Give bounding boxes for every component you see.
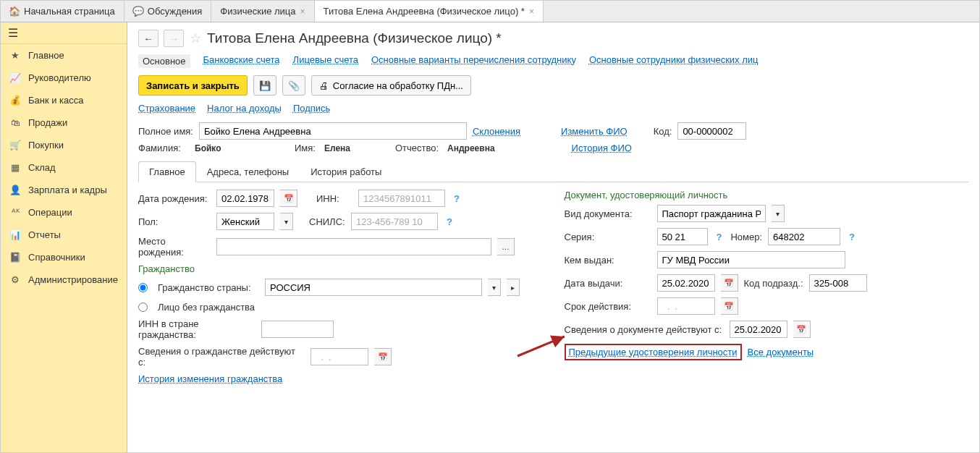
tab-persons[interactable]: Физические лица ×	[211, 1, 314, 22]
issued-input[interactable]	[657, 251, 845, 268]
cart-icon: 🛒	[9, 140, 21, 151]
citizenship-section-header: Гражданство	[138, 263, 543, 274]
dropdown-icon[interactable]: ▾	[772, 205, 785, 222]
dob-input[interactable]	[216, 190, 274, 207]
highlight-annotation: Предыдущие удостоверения личности	[565, 344, 742, 360]
series-input[interactable]	[657, 228, 708, 245]
sex-input[interactable]	[216, 213, 274, 230]
patronymic-value: Андреевна	[447, 143, 495, 153]
stateless-label: Лицо без гражданства	[158, 302, 255, 313]
nav-reports[interactable]: 📊Отчеты	[1, 224, 127, 246]
calendar-icon[interactable]: 📅	[721, 274, 738, 292]
inn-country-input[interactable]	[261, 321, 334, 338]
stock-icon: ▦	[9, 162, 21, 173]
arrow-annotation	[514, 331, 572, 360]
subnav-osnsotr[interactable]: Основные сотрудники физических лиц	[589, 54, 759, 68]
tab-label: Начальная страница	[24, 6, 115, 17]
nav-purchases[interactable]: 🛒Покупки	[1, 134, 127, 156]
snils-input[interactable]	[351, 213, 438, 230]
nav-bank[interactable]: 💰Банк и касса	[1, 89, 127, 111]
link-signature[interactable]: Подпись	[293, 103, 330, 114]
save-button[interactable]: 💾	[253, 75, 276, 96]
help-icon[interactable]: ?	[846, 232, 858, 242]
issue-date-input[interactable]	[657, 274, 715, 292]
nav-operations[interactable]: ᴬᴷОперации	[1, 201, 127, 224]
tab-discussions[interactable]: 💬 Обсуждения	[124, 1, 212, 22]
doc-type-input[interactable]	[657, 205, 766, 222]
forward-button[interactable]: →	[164, 30, 184, 47]
write-and-close-button[interactable]: Записать и закрыть	[138, 75, 248, 96]
calendar-icon[interactable]: 📅	[280, 190, 297, 207]
valid-until-input[interactable]	[657, 297, 715, 315]
doc-valid-input[interactable]	[730, 321, 787, 338]
inner-tab-main[interactable]: Главное	[138, 161, 196, 182]
close-icon[interactable]: ×	[300, 7, 305, 17]
link-tax[interactable]: Налог на доходы	[207, 103, 282, 114]
nav-label: Зарплата и кадры	[28, 185, 107, 195]
code-label: Код:	[654, 126, 672, 137]
nav-label: Руководителю	[28, 72, 91, 83]
nav-sales[interactable]: 🛍Продажи	[1, 111, 127, 134]
link-declensions[interactable]: Склонения	[473, 126, 520, 137]
calendar-icon[interactable]: 📅	[374, 348, 392, 365]
link-previous-docs[interactable]: Предыдущие удостоверения личности	[569, 347, 738, 357]
dropdown-icon[interactable]: ▾	[488, 279, 501, 296]
consent-button[interactable]: 🖨Согласие на обработку ПДн...	[311, 75, 471, 96]
surname-label: Фамилия:	[138, 143, 189, 153]
open-icon[interactable]: ▸	[507, 279, 520, 296]
nav-admin[interactable]: ⚙Администрирование	[1, 268, 127, 291]
chat-icon: 💬	[133, 7, 143, 17]
number-input[interactable]	[768, 228, 840, 245]
attach-button[interactable]: 📎	[282, 75, 305, 96]
series-label: Серия:	[565, 232, 651, 242]
back-button[interactable]: ←	[138, 30, 159, 47]
link-history-fio[interactable]: История ФИО	[572, 143, 632, 153]
name-value: Елена	[324, 143, 389, 153]
link-citizenship-history[interactable]: История изменения гражданства	[138, 373, 282, 384]
patronymic-label: Отчество:	[395, 143, 439, 153]
inn-input[interactable]	[358, 190, 445, 207]
help-icon[interactable]: ?	[714, 232, 725, 242]
help-icon[interactable]: ?	[444, 216, 455, 227]
birthplace-input[interactable]	[216, 238, 491, 255]
tab-person-detail[interactable]: Титова Елена Андреевна (Физическое лицо)…	[315, 1, 544, 22]
nav-hr[interactable]: 👤Зарплата и кадры	[1, 179, 127, 201]
menu-toggle[interactable]: ☰	[1, 22, 127, 44]
nav-manager[interactable]: 📈Руководителю	[1, 67, 127, 89]
dropdown-icon[interactable]: ▾	[280, 213, 293, 230]
close-icon[interactable]: ×	[529, 7, 534, 17]
inner-tab-contacts[interactable]: Адреса, телефоны	[196, 161, 300, 182]
citizenship-country-label: Гражданство страны:	[158, 282, 259, 293]
nav-stock[interactable]: ▦Склад	[1, 156, 127, 179]
sales-icon: 🛍	[9, 117, 21, 128]
nav-label: Главное	[28, 50, 64, 61]
help-icon[interactable]: ?	[451, 193, 462, 204]
subnav-main[interactable]: Основное	[138, 54, 190, 68]
nav-main[interactable]: ★Главное	[1, 44, 127, 67]
subnav-bank[interactable]: Банковские счета	[203, 54, 280, 68]
link-all-docs[interactable]: Все документы	[748, 347, 814, 357]
link-change-fio[interactable]: Изменить ФИО	[561, 126, 628, 137]
link-insurance[interactable]: Страхование	[138, 103, 195, 114]
nav-dictionaries[interactable]: 📓Справочники	[1, 246, 127, 268]
tab-home[interactable]: 🏠 Начальная страница	[1, 1, 124, 22]
full-name-input[interactable]	[199, 122, 467, 140]
subnav-osnvar[interactable]: Основные варианты перечисления сотрудник…	[371, 54, 576, 68]
inner-tab-history[interactable]: История работы	[300, 161, 392, 182]
more-icon[interactable]: …	[497, 238, 515, 255]
code-input[interactable]	[677, 122, 746, 140]
subnav-licevye[interactable]: Лицевые счета	[293, 54, 358, 68]
sidebar: ☰ ★Главное 📈Руководителю 💰Банк и касса 🛍…	[1, 22, 127, 452]
valid-until-label: Срок действия:	[565, 301, 651, 312]
stateless-radio[interactable]	[138, 302, 148, 312]
favorite-icon[interactable]: ☆	[190, 30, 201, 46]
calendar-icon[interactable]: 📅	[721, 297, 738, 315]
dept-code-input[interactable]	[809, 274, 867, 292]
snils-label: СНИЛС:	[309, 216, 345, 227]
calendar-icon[interactable]: 📅	[793, 321, 811, 338]
citizenship-country-radio[interactable]	[138, 283, 148, 292]
citizenship-valid-input[interactable]	[311, 348, 368, 365]
gear-icon: ⚙	[9, 274, 21, 285]
citizenship-country-input[interactable]	[265, 279, 482, 296]
tab-label: Физические лица	[220, 6, 295, 17]
